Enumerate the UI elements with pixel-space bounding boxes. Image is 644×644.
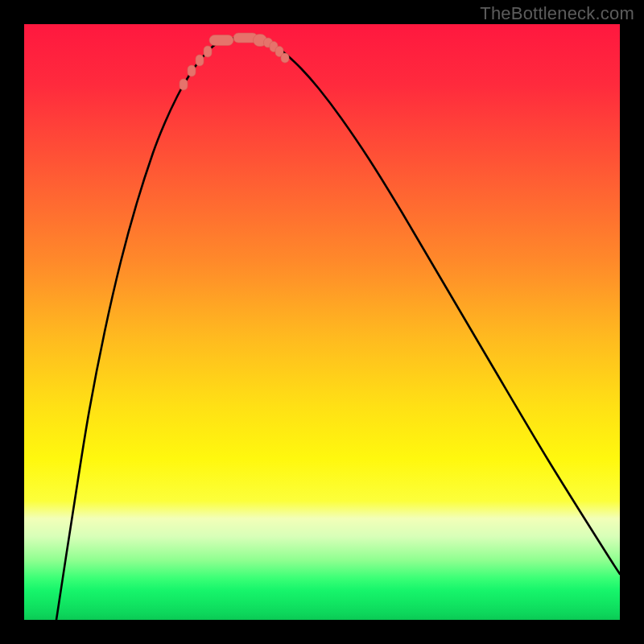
curve-marker [180, 79, 188, 90]
chart-svg [24, 24, 620, 620]
watermark-text: TheBottleneck.com [480, 3, 634, 24]
bottleneck-curve [56, 38, 620, 620]
curve-marker [281, 53, 289, 63]
curve-marker [196, 55, 204, 66]
curve-marker [188, 65, 196, 76]
curve-marker [209, 35, 233, 46]
curve-markers [180, 33, 289, 90]
chart-frame [24, 24, 620, 620]
curve-marker [204, 46, 212, 57]
